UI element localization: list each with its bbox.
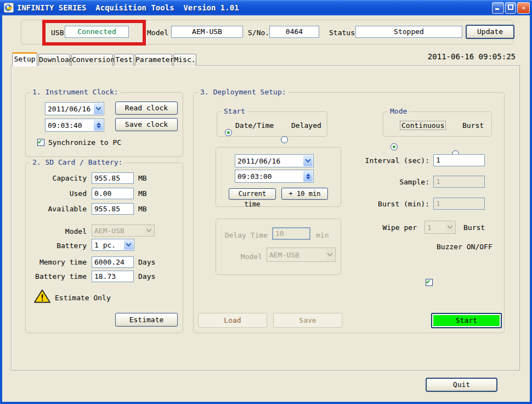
check-icon: ✔ (38, 137, 42, 145)
sample-input: 1 (433, 176, 485, 188)
status-label: Status (329, 29, 355, 37)
maximize-button[interactable] (505, 2, 516, 14)
tab-setup[interactable]: Setup (12, 52, 37, 66)
tab-test[interactable]: Test (114, 54, 134, 66)
wipe-per-dropdown: 1 (425, 221, 456, 234)
available-label: Available (27, 205, 87, 213)
app-icon (4, 3, 14, 13)
chevron-down-icon (445, 222, 455, 233)
current-time-button[interactable]: Current time (229, 188, 276, 200)
app-window: INFINITY SERIES Acquisition Tools Versio… (0, 0, 532, 404)
load-button[interactable]: Load (198, 313, 267, 328)
read-clock-button[interactable]: Read clock (115, 102, 178, 115)
radio-continuous[interactable] (390, 143, 398, 150)
tab-download[interactable]: Download (38, 54, 70, 66)
memory-time-value: 6000.24 (92, 256, 134, 268)
serial-value: 0464 (269, 26, 319, 38)
save-clock-button[interactable]: Save clock (115, 118, 178, 131)
serial-label: S/No. (248, 29, 269, 37)
radio-delayed[interactable] (281, 136, 288, 143)
chevron-down-icon[interactable] (303, 155, 313, 166)
estimate-note: Estimate Only (55, 294, 111, 302)
battery-time-label: Battery time (27, 272, 87, 280)
chevron-down-icon (144, 226, 154, 235)
burst-label: Burst (min): (351, 200, 429, 208)
sd-model-label: Model (27, 227, 87, 235)
svg-text:!: ! (39, 293, 45, 303)
wipe-per-unit: Burst (463, 223, 485, 232)
plus-10-min-button[interactable]: + 10 min (281, 188, 328, 200)
burst-input: 1 (433, 198, 485, 210)
delay-time-label: Delay Time (217, 231, 268, 239)
minimize-button[interactable] (492, 2, 504, 14)
delay-model-value: AEM-USB (267, 251, 325, 259)
wipe-per-value: 1 (425, 223, 445, 232)
used-unit: MB (138, 189, 147, 198)
battery-time-unit: Days (138, 272, 155, 280)
tab-parameter[interactable]: Parameter (135, 54, 172, 66)
start-group-title: Start (222, 107, 247, 115)
spinner-arrows-icon[interactable] (94, 120, 103, 131)
wipe-per-label: Wipe per (351, 223, 417, 232)
chevron-down-icon (325, 249, 335, 261)
delay-model-label: Model (217, 252, 262, 261)
sync-to-pc-checkbox[interactable]: ✔ (37, 139, 44, 146)
estimate-button[interactable]: Estimate (115, 313, 178, 327)
usb-highlight-annotation (42, 20, 146, 46)
delay-model-dropdown: AEM-USB (267, 248, 336, 262)
buzzer-checkbox[interactable]: ✔ (426, 279, 433, 286)
used-value: 0.00 (92, 188, 134, 199)
model-label: Model (147, 29, 168, 37)
interval-input[interactable]: 1 (433, 154, 485, 166)
status-value: Stopped (355, 26, 462, 38)
sample-label: Sample: (351, 178, 429, 186)
battery-dropdown[interactable]: 1 pc. (92, 239, 134, 251)
title-bar: INFINITY SERIES Acquisition Tools Versio… (0, 0, 532, 15)
battery-time-value: 18.73 (92, 271, 134, 282)
buzzer-label: Buzzer ON/OFF (437, 243, 493, 251)
used-label: Used (27, 189, 87, 198)
radio-delayed-label[interactable]: Delayed (291, 121, 321, 130)
available-value: 955.85 (92, 203, 134, 215)
model-value: AEM-USB (171, 26, 243, 38)
instrument-clock-title: 1. Instrument Clock: (30, 88, 121, 96)
window-title: INFINITY SERIES Acquisition Tools Versio… (17, 3, 239, 12)
mode-group-title: Mode (388, 107, 409, 115)
interval-label: Interval (sec): (351, 156, 429, 165)
radio-date-time[interactable] (225, 129, 232, 136)
radio-continuous-label[interactable]: Continuous (400, 121, 445, 130)
sd-model-dropdown: AEM-USB (92, 225, 155, 237)
chevron-down-icon[interactable] (124, 240, 133, 250)
start-time-spinner[interactable]: 09:03:00 (235, 170, 314, 183)
tab-misc[interactable]: Misc. (173, 54, 196, 66)
capacity-value: 955.85 (92, 172, 134, 184)
update-button[interactable]: Update (466, 25, 514, 39)
radio-date-time-label[interactable]: Date/Time (235, 121, 274, 130)
close-button[interactable]: ✕ (517, 2, 530, 14)
delay-time-input: 10 (272, 227, 310, 240)
available-unit: MB (138, 205, 147, 213)
sync-to-pc-label: Synchronize to PC (48, 138, 121, 147)
memory-time-label: Memory time (27, 258, 87, 266)
capacity-label: Capacity (27, 174, 87, 182)
chevron-down-icon[interactable] (94, 103, 103, 114)
delay-time-unit: min (316, 231, 329, 239)
start-button[interactable]: Start (431, 313, 502, 328)
clock-date-dropdown[interactable]: 2011/06/16 (45, 102, 104, 115)
radio-burst-label[interactable]: Burst (462, 121, 484, 130)
clock-time-spinner[interactable]: 09:03:40 (45, 119, 104, 132)
start-date-value: 2011/06/16 (235, 157, 303, 165)
sd-model-value: AEM-USB (92, 227, 144, 235)
clock-time-value: 09:03:40 (46, 121, 93, 130)
quit-button[interactable]: Quit (426, 378, 497, 392)
warning-icon: ! (34, 289, 50, 305)
deployment-setup-title: 3. Deployment Setup: (198, 88, 288, 96)
current-datetime: 2011-06-16 09:05:25 (384, 52, 516, 61)
save-button[interactable]: Save (273, 313, 342, 328)
battery-value: 1 pc. (92, 241, 123, 249)
check-icon: ✔ (426, 277, 431, 285)
start-date-dropdown[interactable]: 2011/06/16 (235, 154, 314, 167)
spinner-arrows-icon[interactable] (303, 171, 313, 182)
battery-label: Battery (27, 242, 87, 250)
tab-conversion[interactable]: Conversion (71, 54, 113, 66)
